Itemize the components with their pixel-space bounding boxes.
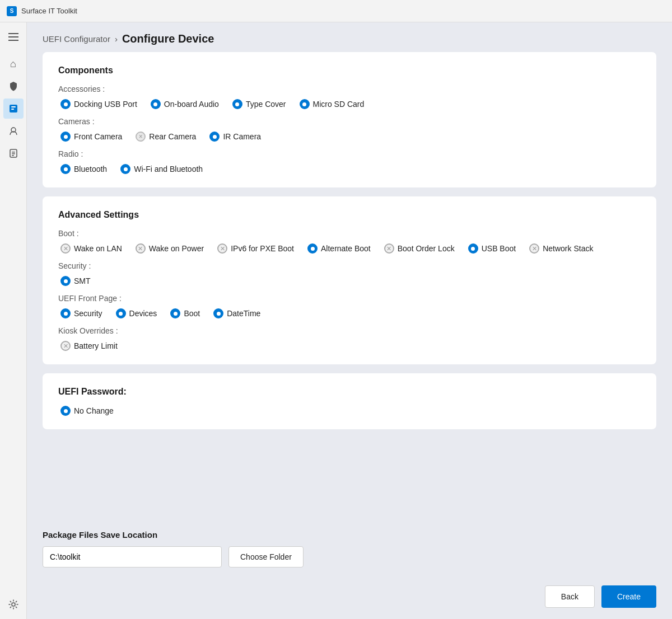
label-smt: SMT bbox=[74, 276, 91, 285]
sidebar-item-reports[interactable] bbox=[3, 143, 24, 163]
label-uefi-datetime: DateTime bbox=[227, 309, 260, 318]
hamburger-menu[interactable] bbox=[3, 27, 24, 47]
svg-point-8 bbox=[12, 603, 15, 606]
label-alternate-boot: Alternate Boot bbox=[321, 244, 371, 253]
toggle-type-cover bbox=[232, 99, 242, 109]
option-smt[interactable]: SMT bbox=[60, 276, 91, 286]
option-front-camera[interactable]: Front Camera bbox=[60, 132, 122, 142]
sidebar-item-deploy[interactable] bbox=[3, 121, 24, 141]
toggle-bluetooth bbox=[60, 164, 71, 174]
option-uefi-devices[interactable]: Devices bbox=[116, 308, 157, 318]
svg-rect-6 bbox=[12, 153, 15, 154]
main-scroll: Components Accessories : Docking USB Por… bbox=[27, 52, 672, 519]
create-button[interactable]: Create bbox=[601, 585, 656, 608]
label-wake-on-power: Wake on Power bbox=[149, 244, 204, 253]
save-location-label: Package Files Save Location bbox=[43, 530, 656, 540]
option-uefi-datetime[interactable]: DateTime bbox=[213, 308, 260, 318]
security-options: SMT bbox=[60, 276, 641, 286]
accessories-options: Docking USB Port On-board Audio Type Cov… bbox=[60, 99, 641, 109]
label-micro-sd-card: Micro SD Card bbox=[313, 100, 365, 109]
sidebar: ⌂ bbox=[0, 22, 27, 619]
option-uefi-boot[interactable]: Boot bbox=[170, 308, 200, 318]
label-uefi-boot: Boot bbox=[184, 309, 200, 318]
option-rear-camera[interactable]: Rear Camera bbox=[136, 132, 196, 142]
content-area: UEFI Configurator › Configure Device Com… bbox=[27, 22, 672, 619]
breadcrumb-separator: › bbox=[115, 34, 118, 44]
app-title: Surface IT Toolkit bbox=[21, 7, 77, 15]
option-onboard-audio[interactable]: On-board Audio bbox=[151, 99, 219, 109]
svg-rect-1 bbox=[11, 106, 16, 107]
label-bluetooth: Bluetooth bbox=[74, 165, 107, 173]
kiosk-overrides-options: ✕ Battery Limit bbox=[60, 341, 641, 351]
option-micro-sd-card[interactable]: Micro SD Card bbox=[300, 99, 365, 109]
label-ir-camera: IR Camera bbox=[223, 132, 261, 141]
toggle-wifi-bluetooth bbox=[120, 164, 130, 174]
label-ipv6-pxe-boot: IPv6 for PXE Boot bbox=[231, 244, 294, 253]
option-no-change[interactable]: No Change bbox=[60, 406, 114, 416]
toggle-onboard-audio bbox=[151, 99, 161, 109]
toggle-wake-on-lan: ✕ bbox=[60, 243, 71, 254]
breadcrumb: UEFI Configurator › Configure Device bbox=[27, 22, 672, 52]
uefi-front-page-label: UEFI Front Page : bbox=[58, 294, 641, 303]
sidebar-item-shield[interactable] bbox=[3, 76, 24, 96]
accessories-label: Accessories : bbox=[58, 85, 641, 93]
toggle-uefi-boot bbox=[170, 308, 180, 318]
title-bar: S Surface IT Toolkit bbox=[0, 0, 672, 22]
back-button[interactable]: Back bbox=[545, 585, 595, 608]
label-rear-camera: Rear Camera bbox=[149, 132, 196, 141]
uefi-password-card: UEFI Password: No Change bbox=[43, 373, 656, 429]
security-label: Security : bbox=[58, 261, 641, 270]
boot-options: ✕ Wake on LAN ✕ Wake on Power ✕ IPv6 for… bbox=[60, 243, 641, 254]
toggle-no-change bbox=[60, 406, 71, 416]
option-alternate-boot[interactable]: Alternate Boot bbox=[307, 243, 371, 254]
toggle-uefi-devices bbox=[116, 308, 126, 318]
label-docking-usb-port: Docking USB Port bbox=[74, 100, 137, 109]
breadcrumb-parent[interactable]: UEFI Configurator bbox=[43, 34, 110, 44]
option-ipv6-pxe-boot[interactable]: ✕ IPv6 for PXE Boot bbox=[217, 243, 294, 254]
uefi-front-page-options: Security Devices Boot DateTime bbox=[60, 308, 641, 318]
save-location-row: Choose Folder bbox=[43, 546, 656, 568]
option-uefi-security[interactable]: Security bbox=[60, 308, 102, 318]
sidebar-item-home[interactable]: ⌂ bbox=[3, 54, 24, 74]
option-network-stack[interactable]: ✕ Network Stack bbox=[529, 243, 593, 254]
svg-rect-5 bbox=[12, 152, 15, 153]
toggle-network-stack: ✕ bbox=[529, 243, 539, 254]
option-wake-on-lan[interactable]: ✕ Wake on LAN bbox=[60, 243, 122, 254]
label-boot-order-lock: Boot Order Lock bbox=[398, 244, 455, 253]
toggle-uefi-datetime bbox=[213, 308, 223, 318]
toggle-uefi-security bbox=[60, 308, 71, 318]
label-uefi-security: Security bbox=[74, 309, 102, 318]
radio-label: Radio : bbox=[58, 149, 641, 158]
option-ir-camera[interactable]: IR Camera bbox=[209, 132, 261, 142]
sidebar-item-uefi[interactable] bbox=[3, 99, 24, 119]
toggle-smt bbox=[60, 276, 71, 286]
label-network-stack: Network Stack bbox=[543, 244, 593, 253]
option-battery-limit[interactable]: ✕ Battery Limit bbox=[60, 341, 118, 351]
uefi-password-options: No Change bbox=[60, 406, 641, 416]
toggle-micro-sd-card bbox=[300, 99, 310, 109]
path-input[interactable] bbox=[43, 546, 222, 568]
label-type-cover: Type Cover bbox=[246, 100, 286, 109]
toggle-docking-usb-port bbox=[60, 99, 71, 109]
sidebar-item-settings[interactable] bbox=[3, 594, 24, 615]
components-card: Components Accessories : Docking USB Por… bbox=[43, 52, 656, 187]
option-wifi-bluetooth[interactable]: Wi-Fi and Bluetooth bbox=[120, 164, 203, 174]
option-type-cover[interactable]: Type Cover bbox=[232, 99, 286, 109]
option-docking-usb-port[interactable]: Docking USB Port bbox=[60, 99, 137, 109]
option-usb-boot[interactable]: USB Boot bbox=[468, 243, 516, 254]
svg-rect-2 bbox=[11, 109, 14, 110]
label-uefi-devices: Devices bbox=[129, 309, 157, 318]
label-wifi-bluetooth: Wi-Fi and Bluetooth bbox=[134, 165, 203, 173]
svg-rect-7 bbox=[12, 155, 14, 156]
action-bar: Back Create bbox=[27, 579, 672, 619]
label-front-camera: Front Camera bbox=[74, 132, 122, 141]
toggle-ipv6-pxe-boot: ✕ bbox=[217, 243, 227, 254]
boot-label: Boot : bbox=[58, 229, 641, 238]
option-bluetooth[interactable]: Bluetooth bbox=[60, 164, 107, 174]
label-usb-boot: USB Boot bbox=[482, 244, 516, 253]
option-wake-on-power[interactable]: ✕ Wake on Power bbox=[136, 243, 204, 254]
choose-folder-button[interactable]: Choose Folder bbox=[228, 546, 304, 568]
advanced-settings-title: Advanced Settings bbox=[58, 210, 641, 220]
label-wake-on-lan: Wake on LAN bbox=[74, 244, 122, 253]
option-boot-order-lock[interactable]: ✕ Boot Order Lock bbox=[384, 243, 455, 254]
